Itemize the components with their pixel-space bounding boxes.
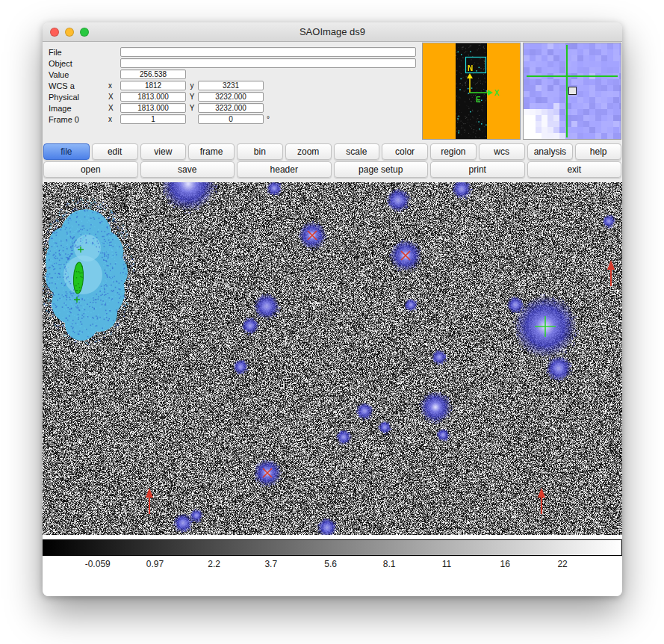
close-button[interactable] [50,28,59,37]
wcs-x-field[interactable]: 1812 [120,81,186,90]
zoom-times-label: x [108,115,120,123]
wcs-label: WCS a [49,81,108,90]
menubar: file edit view frame bin zoom scale colo… [43,143,622,160]
traffic-lights [50,28,89,37]
object-label: Object [49,59,108,68]
menu-bin[interactable]: bin [237,143,283,160]
button-exit[interactable]: exit [527,161,622,178]
colorbar-tick: 5.6 [324,559,337,569]
wcs-y-label: y [186,81,198,90]
colorbar[interactable] [43,539,622,556]
sky-canvas[interactable] [43,182,622,535]
colorbar-tick: 3.7 [264,559,277,569]
frame-zoom-field[interactable]: 1 [120,114,186,124]
file-field[interactable] [120,47,416,57]
colorbar-tick: 22 [557,559,567,569]
button-header[interactable]: header [237,161,332,178]
magnifier-canvas [523,43,621,140]
info-row-object: Object [49,58,416,69]
degree-label: ° [267,115,270,123]
physical-x-label: X [108,93,120,101]
button-page-setup[interactable]: page setup [334,161,429,178]
panner-canvas[interactable] [422,43,521,140]
colorbar-tick: 16 [500,559,510,569]
menu-color[interactable]: color [382,143,428,160]
colorbar-tick: 2.2 [208,559,220,569]
minimize-button[interactable] [65,28,74,37]
info-panel: File Object Value 256.538 WCS a x 1812 y… [49,46,416,125]
physical-y-label: Y [186,93,198,101]
menu-scale[interactable]: scale [334,143,380,160]
frame-label: Frame 0 [49,115,108,124]
info-row-physical: Physical X 1813.000 Y 3232.000 [49,91,416,102]
colorbar-tick: -0.059 [85,559,111,569]
image-label: Image [49,104,108,113]
button-save[interactable]: save [140,161,235,178]
button-print[interactable]: print [430,161,525,178]
colorbar-section: -0.059 0.97 2.2 3.7 5.6 8.1 11 16 22 [43,535,622,596]
ds9-window: SAOImage ds9 File Object Value 256.538 W… [43,22,622,596]
info-row-value: Value 256.538 [49,69,416,80]
physical-label: Physical [49,93,108,102]
info-row-wcs: WCS a x 1812 y 3231 [49,80,416,91]
menu-file[interactable]: file [43,143,90,160]
menu-region[interactable]: region [430,143,477,160]
menu-edit[interactable]: edit [92,143,138,160]
window-title: SAOImage ds9 [43,22,622,41]
image-x-label: X [108,104,120,112]
titlebar[interactable]: SAOImage ds9 [43,22,622,42]
colorbar-tick: 11 [442,559,451,569]
menu-analysis[interactable]: analysis [527,143,574,160]
file-label: File [49,48,108,57]
frame-rotation-field[interactable]: 0 [198,114,264,124]
info-section: File Object Value 256.538 WCS a x 1812 y… [43,42,622,143]
image-y-label: Y [186,104,198,112]
wcs-y-field[interactable]: 3231 [198,81,264,90]
object-field[interactable] [120,58,416,68]
colorbar-tick: 8.1 [383,559,396,569]
info-row-file: File [49,46,416,58]
menu-frame[interactable]: frame [188,143,235,160]
menu-zoom[interactable]: zoom [285,143,332,160]
button-open[interactable]: open [43,161,138,178]
menu-wcs[interactable]: wcs [479,143,525,160]
image-x-field[interactable]: 1813.000 [120,103,186,113]
value-field[interactable]: 256.538 [120,69,186,79]
info-row-image: Image X 1813.000 Y 3232.000 [49,102,416,114]
file-toolbar: open save header page setup print exit [43,161,622,178]
physical-y-field[interactable]: 3232.000 [198,92,264,102]
colorbar-tick: 0.97 [146,559,164,569]
wcs-x-label: x [108,81,120,90]
info-row-frame: Frame 0 x 1 0 ° [49,114,416,125]
colorbar-ticks: -0.059 0.97 2.2 3.7 5.6 8.1 11 16 22 [43,559,622,572]
menu-help[interactable]: help [575,143,621,160]
value-label: Value [49,70,108,79]
image-y-field[interactable]: 3232.000 [198,103,264,113]
menu-view[interactable]: view [140,143,187,160]
zoom-button[interactable] [80,28,89,37]
physical-x-field[interactable]: 1813.000 [120,92,186,102]
